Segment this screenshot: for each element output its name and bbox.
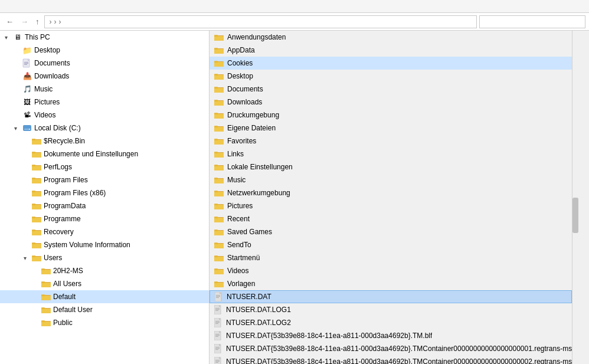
content-item-label: Music bbox=[227, 176, 246, 184]
sidebar-item-program-files[interactable]: Program Files bbox=[0, 173, 209, 186]
sidebar-item-recovery[interactable]: Recovery bbox=[0, 225, 209, 238]
content-item-saved-games[interactable]: Saved Games bbox=[210, 225, 572, 238]
svg-rect-91 bbox=[214, 100, 218, 101]
back-button[interactable]: ← bbox=[4, 16, 16, 27]
search-input[interactable] bbox=[479, 15, 585, 28]
content-item-pictures[interactable]: Pictures bbox=[210, 199, 572, 212]
content-item-label: NTUSER.DAT.LOG2 bbox=[226, 319, 291, 327]
content-item-label: Eigene Dateien bbox=[227, 124, 276, 132]
forward-button[interactable]: → bbox=[18, 16, 31, 27]
sidebar-label-20h2-ms: 20H2-MS bbox=[53, 267, 83, 275]
sidebar-item-this-pc[interactable]: ▾🖥This PC bbox=[0, 31, 209, 44]
content-item-ntuser-dat-log1[interactable]: NTUSER.DAT.LOG1 bbox=[210, 303, 572, 316]
svg-rect-118 bbox=[214, 192, 224, 196]
up-button[interactable]: ↑ bbox=[33, 16, 42, 27]
vertical-scrollbar[interactable] bbox=[572, 31, 578, 364]
sidebar-item-all-users[interactable]: All Users bbox=[0, 277, 209, 290]
folder-icon-programdata bbox=[32, 201, 41, 211]
content-item-documents[interactable]: Documents bbox=[210, 83, 572, 96]
expand-arrow-users[interactable]: ▾ bbox=[24, 255, 30, 261]
svg-rect-15 bbox=[32, 152, 35, 153]
svg-rect-54 bbox=[41, 283, 51, 287]
sidebar-item-dokumente[interactable]: Dokumente und Einstellungen bbox=[0, 147, 209, 160]
svg-rect-98 bbox=[214, 127, 224, 132]
sidebar-item-programme[interactable]: Programme bbox=[0, 212, 209, 225]
content-item-recent[interactable]: Recent bbox=[210, 212, 572, 225]
sidebar-item-default-user[interactable]: Default User bbox=[0, 303, 209, 316]
content-item-favorites[interactable]: Favorites bbox=[210, 135, 572, 147]
content-item-druckumgebung[interactable]: Druckumgebung bbox=[210, 109, 572, 122]
expand-arrow-local-disk[interactable]: ▾ bbox=[14, 125, 20, 132]
address-bar: ← → ↑ › › › bbox=[0, 13, 589, 31]
content-item-ntuser-dat-log2[interactable]: NTUSER.DAT.LOG2 bbox=[210, 316, 572, 329]
svg-rect-71 bbox=[214, 35, 218, 37]
sidebar-item-default[interactable]: Default bbox=[0, 290, 209, 303]
sidebar-item-perflogs[interactable]: PerfLogs bbox=[0, 160, 209, 173]
sidebar-item-videos[interactable]: 📽Videos bbox=[0, 109, 209, 122]
content-item-videos[interactable]: Videos bbox=[210, 264, 572, 277]
sidebar-item-programdata[interactable]: ProgramData bbox=[0, 199, 209, 212]
svg-rect-107 bbox=[214, 152, 218, 153]
folder-icon-public bbox=[41, 318, 51, 327]
svg-rect-138 bbox=[214, 257, 224, 261]
expand-arrow-this-pc[interactable]: ▾ bbox=[5, 34, 11, 41]
svg-rect-119 bbox=[214, 191, 218, 192]
drive-icon bbox=[22, 123, 32, 133]
content-item-links[interactable]: Links bbox=[210, 147, 572, 160]
svg-rect-102 bbox=[214, 140, 224, 145]
content-item-appdata[interactable]: AppData bbox=[210, 44, 572, 57]
folder-icon bbox=[214, 149, 224, 159]
content-item-downloads[interactable]: Downloads bbox=[210, 96, 572, 109]
content-item-ntuser-dat-tmcontainer2[interactable]: NTUSER.DAT{53b39e88-18c4-11ea-a811-000d3… bbox=[210, 355, 572, 364]
content-item-cookies[interactable]: Cookies bbox=[210, 57, 572, 70]
svg-rect-18 bbox=[32, 166, 41, 170]
breadcrumb-sep3: › bbox=[59, 18, 61, 26]
folder-icon-program-files-x86 bbox=[32, 188, 41, 198]
sidebar-label-program-files: Program Files bbox=[44, 176, 88, 184]
sidebar-item-srecycle[interactable]: $Recycle.Bin bbox=[0, 135, 209, 147]
content-item-eigene-dateien[interactable]: Eigene Dateien bbox=[210, 122, 572, 135]
content-item-lokale-einstellungen[interactable]: Lokale Einstellungen bbox=[210, 160, 572, 173]
videos-icon: 📽 bbox=[22, 111, 32, 119]
sidebar-item-local-disk[interactable]: ▾Local Disk (C:) bbox=[0, 122, 209, 135]
breadcrumb[interactable]: › › › bbox=[44, 15, 477, 28]
content-item-music[interactable]: Music bbox=[210, 173, 572, 186]
content-item-desktop[interactable]: Desktop bbox=[210, 70, 572, 83]
content-item-vorlagen[interactable]: Vorlagen bbox=[210, 277, 572, 290]
sidebar-item-pictures[interactable]: 🖼Pictures bbox=[0, 96, 209, 109]
sidebar-label-recovery: Recovery bbox=[44, 228, 74, 236]
svg-rect-22 bbox=[32, 179, 41, 183]
svg-rect-30 bbox=[32, 205, 41, 209]
content-item-ntuser-dat[interactable]: NTUSER.DAT bbox=[210, 290, 572, 303]
sidebar-item-desktop[interactable]: 📁Desktop bbox=[0, 44, 209, 57]
sidebar-item-users[interactable]: ▾ Users bbox=[0, 251, 209, 264]
content-item-ntuser-dat-tm[interactable]: NTUSER.DAT{53b39e88-18c4-11ea-a811-000d3… bbox=[210, 329, 572, 342]
svg-rect-66 bbox=[41, 322, 51, 326]
sidebar-item-public[interactable]: Public bbox=[0, 316, 209, 329]
sidebar-label-program-files-x86: Program Files (x86) bbox=[44, 189, 106, 197]
content-item-ntuser-dat-tmcontainer1[interactable]: NTUSER.DAT{53b39e88-18c4-11ea-a811-000d3… bbox=[210, 342, 572, 355]
sidebar-item-downloads[interactable]: 📥Downloads bbox=[0, 70, 209, 83]
sidebar-item-system-volume[interactable]: System Volume Information bbox=[0, 238, 209, 251]
svg-rect-130 bbox=[214, 231, 224, 235]
content-item-startmenu[interactable]: Startmenü bbox=[210, 251, 572, 264]
sidebar-item-program-files-x86[interactable]: Program Files (x86) bbox=[0, 186, 209, 199]
svg-rect-155 bbox=[215, 308, 220, 309]
content-item-label: Documents bbox=[227, 85, 263, 93]
svg-rect-82 bbox=[214, 75, 224, 80]
content-item-anwendungsdaten[interactable]: Anwendungsdaten bbox=[210, 31, 572, 44]
folder-icon bbox=[214, 58, 224, 68]
sidebar-item-music[interactable]: 🎵Music bbox=[0, 83, 209, 96]
content-item-label: NTUSER.DAT{53b39e88-18c4-11ea-a811-000d3… bbox=[226, 332, 432, 340]
svg-rect-90 bbox=[214, 101, 224, 106]
content-item-label: AppData bbox=[227, 46, 255, 54]
file-icon bbox=[214, 318, 222, 327]
scrollbar-thumb[interactable] bbox=[572, 198, 578, 233]
sidebar-item-documents[interactable]: Documents bbox=[0, 57, 209, 70]
content-item-netzwerkumgebung[interactable]: Netzwerkumgebung bbox=[210, 186, 572, 199]
sidebar-label-documents: Documents bbox=[34, 59, 70, 67]
sidebar-item-20h2-ms[interactable]: 20H2-MS bbox=[0, 264, 209, 277]
content-item-label: Videos bbox=[227, 267, 248, 275]
content-item-sendto[interactable]: SendTo bbox=[210, 238, 572, 251]
svg-rect-3 bbox=[24, 63, 28, 64]
